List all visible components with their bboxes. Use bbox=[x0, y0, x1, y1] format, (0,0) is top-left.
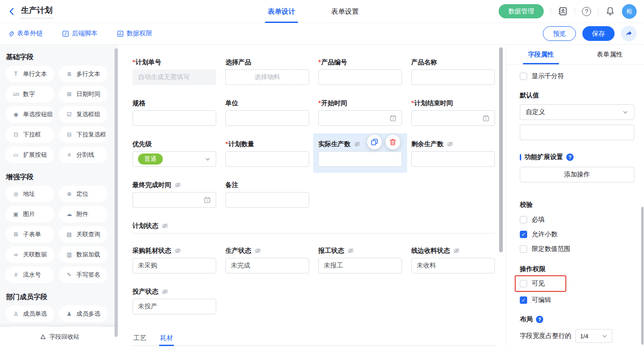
field-width-select[interactable]: 1/4 bbox=[575, 329, 612, 343]
checkbox-unchecked[interactable] bbox=[520, 216, 527, 223]
palette-item-signature[interactable]: ✎手写签名 bbox=[59, 267, 108, 283]
help-icon[interactable]: ? bbox=[582, 7, 591, 16]
priority-select[interactable]: 普通 bbox=[132, 151, 216, 167]
checkbox-unchecked[interactable] bbox=[520, 245, 527, 253]
palette-item-serial-number[interactable]: #流水号 bbox=[6, 267, 54, 283]
field-purchase-status[interactable]: 采购耗材状态 未采购 bbox=[132, 246, 216, 273]
required-checkbox-row[interactable]: 必填 bbox=[520, 216, 634, 224]
start-time-input[interactable] bbox=[318, 110, 402, 126]
palette-item-multi-line-text[interactable]: ≣多行文本 bbox=[59, 66, 108, 82]
palette-item-attachment[interactable]: ☁附件 bbox=[59, 206, 108, 222]
remark-input[interactable] bbox=[225, 192, 309, 208]
receive-status-input[interactable]: 未收料 bbox=[411, 258, 495, 273]
product-name-input[interactable] bbox=[411, 69, 495, 85]
panel-scrollbar[interactable] bbox=[641, 207, 644, 345]
palette-item-linked-data[interactable]: ∞关联数据 bbox=[6, 246, 54, 263]
unit-input[interactable] bbox=[225, 110, 309, 126]
question-circle-icon[interactable]: ? bbox=[566, 154, 574, 161]
copy-field-button[interactable] bbox=[367, 135, 382, 149]
field-product-no[interactable]: *产品编号 bbox=[318, 57, 402, 85]
final-time-input[interactable] bbox=[132, 192, 216, 208]
production-status-input[interactable]: 未完成 bbox=[225, 258, 309, 273]
canvas-scrollbar[interactable] bbox=[499, 47, 503, 252]
field-plan-qty[interactable]: *计划数量 bbox=[225, 139, 309, 167]
palette-item-single-line-text[interactable]: T单行文本 bbox=[6, 66, 54, 82]
field-remain-qty[interactable]: 剩余生产数 bbox=[411, 139, 495, 167]
data-manage-button[interactable]: 数据管理 bbox=[499, 4, 544, 18]
field-select-product[interactable]: 选择产品 选择物料 bbox=[225, 57, 309, 85]
checkbox-checked[interactable] bbox=[520, 231, 527, 238]
plan-qty-input[interactable] bbox=[225, 151, 309, 167]
save-button[interactable]: 保存 bbox=[582, 26, 615, 41]
product-no-input[interactable] bbox=[318, 69, 402, 85]
spec-input[interactable] bbox=[132, 110, 216, 126]
actual-qty-input[interactable] bbox=[318, 151, 402, 167]
share-button[interactable] bbox=[621, 26, 637, 41]
palette-item-divider[interactable]: ≡分割线 bbox=[59, 147, 108, 163]
form-external-link[interactable]: 表单外链 bbox=[7, 29, 43, 38]
palette-item-address[interactable]: ◎地址 bbox=[6, 186, 54, 202]
palette-item-datetime[interactable]: ⊞日期时间 bbox=[59, 86, 108, 102]
back-icon[interactable] bbox=[7, 7, 17, 16]
field-start-time[interactable]: *开始时间 bbox=[318, 98, 402, 126]
field-report-status[interactable]: 报工状态 未报工 bbox=[318, 246, 402, 273]
tab-consumables[interactable]: 耗材 bbox=[159, 331, 174, 346]
launch-status-input[interactable]: 未投产 bbox=[132, 299, 216, 314]
field-receive-status[interactable]: 线边收料状态 未收料 bbox=[411, 246, 495, 273]
palette-item-image[interactable]: ▣图片 bbox=[6, 206, 54, 222]
field-plan-no[interactable]: *计划单号 自动生成无需填写 bbox=[132, 57, 216, 85]
tab-form-design[interactable]: 表单设计 bbox=[268, 0, 295, 23]
thousand-separator-checkbox-row[interactable]: 显示千分符 bbox=[520, 72, 634, 80]
palette-item-select[interactable]: ⊡下拉框 bbox=[6, 126, 54, 143]
preview-button[interactable]: 预览 bbox=[543, 26, 576, 41]
palette-item-member-multi[interactable]: ♟成员多选 bbox=[59, 306, 108, 322]
palette-item-extend-button[interactable]: ▭扩展按钮 bbox=[6, 147, 54, 163]
avatar[interactable]: 检 bbox=[622, 4, 637, 19]
field-unit[interactable]: 单位 bbox=[225, 98, 309, 126]
default-value-input[interactable] bbox=[520, 125, 634, 140]
palette-item-number[interactable]: 123数字 bbox=[6, 86, 54, 102]
field-recycle-bin[interactable]: 字段回收站 bbox=[0, 327, 119, 347]
field-product-name[interactable]: 产品名称 bbox=[411, 57, 495, 85]
end-time-input[interactable] bbox=[411, 110, 495, 126]
palette-item-data-load[interactable]: ▥数据加载 bbox=[59, 246, 108, 263]
palette-item-checkbox-group[interactable]: ☑复选框组 bbox=[59, 106, 108, 123]
purchase-status-input[interactable]: 未采购 bbox=[132, 258, 216, 273]
palette-item-subform[interactable]: ⊞子表单 bbox=[6, 226, 54, 243]
palette-item-multi-select[interactable]: ⊟下拉复选框 bbox=[59, 126, 108, 143]
field-spec[interactable]: 规格 bbox=[132, 98, 216, 126]
palette-item-lookup-query[interactable]: ▤关联查询 bbox=[59, 226, 108, 243]
plan-no-input[interactable]: 自动生成无需填写 bbox=[132, 69, 216, 85]
field-launch-status[interactable]: 投产状态 未投产 bbox=[132, 287, 216, 314]
default-value-select[interactable]: 自定义 bbox=[520, 104, 634, 120]
editable-checkbox-row[interactable]: 可编辑 bbox=[520, 296, 634, 304]
field-priority[interactable]: 优先级 普通 bbox=[132, 139, 216, 167]
field-remark[interactable]: 备注 bbox=[225, 180, 309, 208]
section-plan-status[interactable]: 计划状态 bbox=[132, 221, 495, 233]
field-production-status[interactable]: 生产状态 未完成 bbox=[225, 246, 309, 273]
report-status-input[interactable]: 未报工 bbox=[318, 258, 402, 273]
contacts-book-icon[interactable] bbox=[558, 6, 568, 16]
notification-bell-icon[interactable] bbox=[605, 6, 615, 16]
palette-item-member-single[interactable]: ♙成员单选 bbox=[6, 306, 54, 322]
tab-form-properties[interactable]: 表单属性 bbox=[575, 45, 644, 64]
checkbox-checked[interactable] bbox=[520, 296, 527, 304]
tab-form-settings[interactable]: 表单设置 bbox=[331, 0, 359, 23]
checkbox-unchecked[interactable] bbox=[520, 280, 527, 287]
palette-item-radio-group[interactable]: ◉单选按钮组 bbox=[6, 106, 54, 123]
visible-checkbox-row[interactable]: 可见 bbox=[520, 279, 561, 288]
limit-range-checkbox-row[interactable]: 限定数值范围 bbox=[520, 245, 634, 253]
add-action-button[interactable]: 添加操作 bbox=[520, 167, 634, 182]
palette-item-location[interactable]: ⊕定位 bbox=[59, 186, 108, 202]
tab-process[interactable]: 工艺 bbox=[132, 331, 147, 345]
allow-decimal-checkbox-row[interactable]: 允许小数 bbox=[520, 230, 634, 239]
question-circle-icon[interactable]: ? bbox=[536, 316, 543, 323]
backend-script-link[interactable]: 后端脚本 bbox=[62, 29, 98, 38]
field-final-time[interactable]: 最终完成时间 bbox=[132, 180, 216, 208]
field-end-time[interactable]: *计划结束时间 bbox=[411, 98, 495, 126]
data-permission-link[interactable]: 数据权限 bbox=[117, 29, 152, 38]
remain-qty-input[interactable] bbox=[411, 151, 495, 167]
delete-field-button[interactable] bbox=[385, 135, 400, 149]
tab-field-properties[interactable]: 字段属性 bbox=[506, 45, 575, 64]
select-product-picker[interactable]: 选择物料 bbox=[225, 69, 309, 85]
